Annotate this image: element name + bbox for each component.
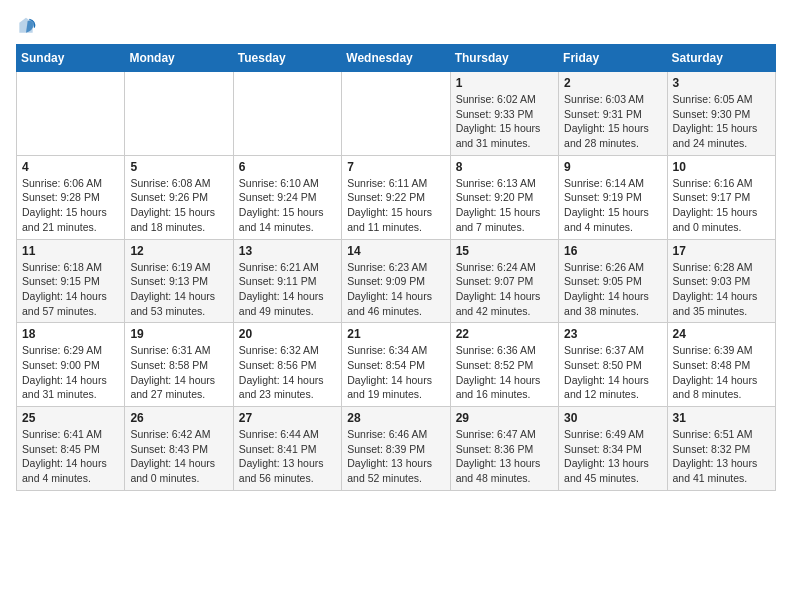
day-info: Sunrise: 6:39 AM Sunset: 8:48 PM Dayligh… — [673, 343, 770, 402]
calendar-cell: 2Sunrise: 6:03 AM Sunset: 9:31 PM Daylig… — [559, 72, 667, 156]
day-info: Sunrise: 6:16 AM Sunset: 9:17 PM Dayligh… — [673, 176, 770, 235]
calendar-cell: 24Sunrise: 6:39 AM Sunset: 8:48 PM Dayli… — [667, 323, 775, 407]
day-number: 16 — [564, 244, 661, 258]
calendar-cell: 28Sunrise: 6:46 AM Sunset: 8:39 PM Dayli… — [342, 407, 450, 491]
day-number: 30 — [564, 411, 661, 425]
day-number: 9 — [564, 160, 661, 174]
calendar-cell: 7Sunrise: 6:11 AM Sunset: 9:22 PM Daylig… — [342, 155, 450, 239]
calendar-cell: 11Sunrise: 6:18 AM Sunset: 9:15 PM Dayli… — [17, 239, 125, 323]
calendar-cell: 15Sunrise: 6:24 AM Sunset: 9:07 PM Dayli… — [450, 239, 558, 323]
calendar-cell: 3Sunrise: 6:05 AM Sunset: 9:30 PM Daylig… — [667, 72, 775, 156]
calendar-week-row: 4Sunrise: 6:06 AM Sunset: 9:28 PM Daylig… — [17, 155, 776, 239]
calendar-cell: 10Sunrise: 6:16 AM Sunset: 9:17 PM Dayli… — [667, 155, 775, 239]
day-number: 13 — [239, 244, 336, 258]
page-header — [16, 16, 776, 36]
calendar-cell: 23Sunrise: 6:37 AM Sunset: 8:50 PM Dayli… — [559, 323, 667, 407]
calendar-cell: 13Sunrise: 6:21 AM Sunset: 9:11 PM Dayli… — [233, 239, 341, 323]
calendar-cell: 29Sunrise: 6:47 AM Sunset: 8:36 PM Dayli… — [450, 407, 558, 491]
calendar-cell: 8Sunrise: 6:13 AM Sunset: 9:20 PM Daylig… — [450, 155, 558, 239]
calendar-week-row: 11Sunrise: 6:18 AM Sunset: 9:15 PM Dayli… — [17, 239, 776, 323]
calendar-cell: 22Sunrise: 6:36 AM Sunset: 8:52 PM Dayli… — [450, 323, 558, 407]
calendar-cell: 12Sunrise: 6:19 AM Sunset: 9:13 PM Dayli… — [125, 239, 233, 323]
day-info: Sunrise: 6:18 AM Sunset: 9:15 PM Dayligh… — [22, 260, 119, 319]
calendar-cell: 16Sunrise: 6:26 AM Sunset: 9:05 PM Dayli… — [559, 239, 667, 323]
calendar-cell: 14Sunrise: 6:23 AM Sunset: 9:09 PM Dayli… — [342, 239, 450, 323]
day-info: Sunrise: 6:02 AM Sunset: 9:33 PM Dayligh… — [456, 92, 553, 151]
day-number: 24 — [673, 327, 770, 341]
day-number: 15 — [456, 244, 553, 258]
calendar-cell: 6Sunrise: 6:10 AM Sunset: 9:24 PM Daylig… — [233, 155, 341, 239]
day-number: 22 — [456, 327, 553, 341]
calendar-cell: 1Sunrise: 6:02 AM Sunset: 9:33 PM Daylig… — [450, 72, 558, 156]
calendar-cell: 25Sunrise: 6:41 AM Sunset: 8:45 PM Dayli… — [17, 407, 125, 491]
day-number: 23 — [564, 327, 661, 341]
day-info: Sunrise: 6:06 AM Sunset: 9:28 PM Dayligh… — [22, 176, 119, 235]
weekday-header-friday: Friday — [559, 45, 667, 72]
day-number: 21 — [347, 327, 444, 341]
calendar-cell — [342, 72, 450, 156]
calendar-cell — [233, 72, 341, 156]
day-number: 2 — [564, 76, 661, 90]
day-number: 1 — [456, 76, 553, 90]
calendar-cell: 17Sunrise: 6:28 AM Sunset: 9:03 PM Dayli… — [667, 239, 775, 323]
weekday-header-sunday: Sunday — [17, 45, 125, 72]
day-info: Sunrise: 6:34 AM Sunset: 8:54 PM Dayligh… — [347, 343, 444, 402]
day-number: 28 — [347, 411, 444, 425]
day-info: Sunrise: 6:19 AM Sunset: 9:13 PM Dayligh… — [130, 260, 227, 319]
day-number: 3 — [673, 76, 770, 90]
day-number: 10 — [673, 160, 770, 174]
day-info: Sunrise: 6:51 AM Sunset: 8:32 PM Dayligh… — [673, 427, 770, 486]
day-info: Sunrise: 6:21 AM Sunset: 9:11 PM Dayligh… — [239, 260, 336, 319]
generalblue-logo-icon — [16, 16, 36, 36]
day-number: 27 — [239, 411, 336, 425]
day-number: 29 — [456, 411, 553, 425]
day-info: Sunrise: 6:26 AM Sunset: 9:05 PM Dayligh… — [564, 260, 661, 319]
calendar-cell — [17, 72, 125, 156]
day-number: 18 — [22, 327, 119, 341]
day-number: 26 — [130, 411, 227, 425]
day-info: Sunrise: 6:23 AM Sunset: 9:09 PM Dayligh… — [347, 260, 444, 319]
calendar-table: SundayMondayTuesdayWednesdayThursdayFrid… — [16, 44, 776, 491]
day-info: Sunrise: 6:05 AM Sunset: 9:30 PM Dayligh… — [673, 92, 770, 151]
calendar-cell: 5Sunrise: 6:08 AM Sunset: 9:26 PM Daylig… — [125, 155, 233, 239]
day-info: Sunrise: 6:41 AM Sunset: 8:45 PM Dayligh… — [22, 427, 119, 486]
day-info: Sunrise: 6:13 AM Sunset: 9:20 PM Dayligh… — [456, 176, 553, 235]
day-info: Sunrise: 6:44 AM Sunset: 8:41 PM Dayligh… — [239, 427, 336, 486]
day-number: 4 — [22, 160, 119, 174]
day-info: Sunrise: 6:03 AM Sunset: 9:31 PM Dayligh… — [564, 92, 661, 151]
calendar-cell: 26Sunrise: 6:42 AM Sunset: 8:43 PM Dayli… — [125, 407, 233, 491]
weekday-header-saturday: Saturday — [667, 45, 775, 72]
calendar-cell: 4Sunrise: 6:06 AM Sunset: 9:28 PM Daylig… — [17, 155, 125, 239]
calendar-week-row: 1Sunrise: 6:02 AM Sunset: 9:33 PM Daylig… — [17, 72, 776, 156]
day-number: 6 — [239, 160, 336, 174]
day-info: Sunrise: 6:29 AM Sunset: 9:00 PM Dayligh… — [22, 343, 119, 402]
day-info: Sunrise: 6:11 AM Sunset: 9:22 PM Dayligh… — [347, 176, 444, 235]
day-info: Sunrise: 6:31 AM Sunset: 8:58 PM Dayligh… — [130, 343, 227, 402]
day-info: Sunrise: 6:42 AM Sunset: 8:43 PM Dayligh… — [130, 427, 227, 486]
weekday-header-thursday: Thursday — [450, 45, 558, 72]
weekday-header-monday: Monday — [125, 45, 233, 72]
day-number: 5 — [130, 160, 227, 174]
calendar-week-row: 18Sunrise: 6:29 AM Sunset: 9:00 PM Dayli… — [17, 323, 776, 407]
day-info: Sunrise: 6:28 AM Sunset: 9:03 PM Dayligh… — [673, 260, 770, 319]
calendar-cell: 30Sunrise: 6:49 AM Sunset: 8:34 PM Dayli… — [559, 407, 667, 491]
day-info: Sunrise: 6:37 AM Sunset: 8:50 PM Dayligh… — [564, 343, 661, 402]
weekday-header-tuesday: Tuesday — [233, 45, 341, 72]
day-info: Sunrise: 6:46 AM Sunset: 8:39 PM Dayligh… — [347, 427, 444, 486]
calendar-week-row: 25Sunrise: 6:41 AM Sunset: 8:45 PM Dayli… — [17, 407, 776, 491]
day-info: Sunrise: 6:10 AM Sunset: 9:24 PM Dayligh… — [239, 176, 336, 235]
day-number: 19 — [130, 327, 227, 341]
calendar-cell: 9Sunrise: 6:14 AM Sunset: 9:19 PM Daylig… — [559, 155, 667, 239]
calendar-cell: 18Sunrise: 6:29 AM Sunset: 9:00 PM Dayli… — [17, 323, 125, 407]
day-number: 8 — [456, 160, 553, 174]
weekday-header-wednesday: Wednesday — [342, 45, 450, 72]
day-info: Sunrise: 6:14 AM Sunset: 9:19 PM Dayligh… — [564, 176, 661, 235]
day-number: 12 — [130, 244, 227, 258]
logo — [16, 16, 40, 36]
day-info: Sunrise: 6:49 AM Sunset: 8:34 PM Dayligh… — [564, 427, 661, 486]
day-number: 14 — [347, 244, 444, 258]
day-number: 20 — [239, 327, 336, 341]
calendar-cell: 31Sunrise: 6:51 AM Sunset: 8:32 PM Dayli… — [667, 407, 775, 491]
day-number: 31 — [673, 411, 770, 425]
day-info: Sunrise: 6:36 AM Sunset: 8:52 PM Dayligh… — [456, 343, 553, 402]
